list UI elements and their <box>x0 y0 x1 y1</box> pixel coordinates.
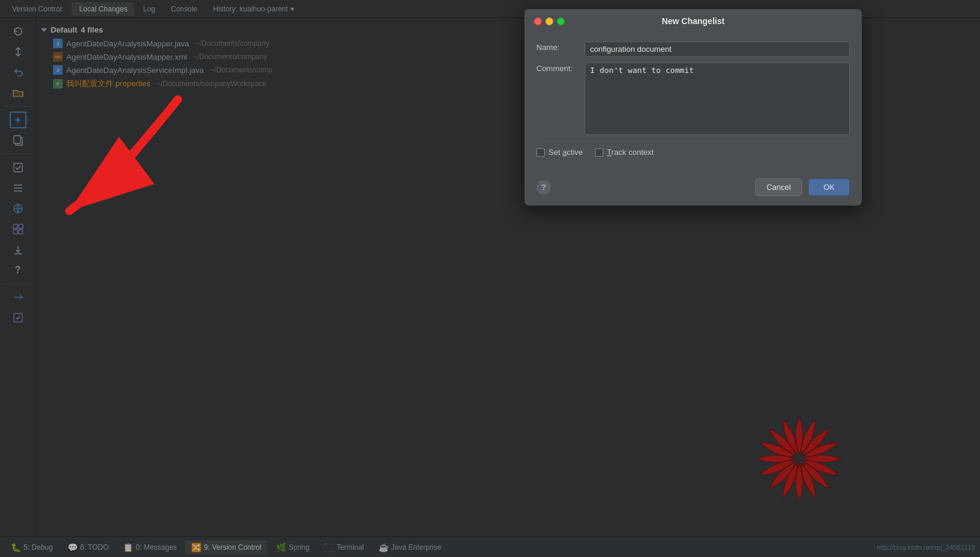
dialog-footer: ? Cancel OK <box>524 172 862 206</box>
new-changelist-dialog: New Changelist Name: Comment: I don't wa… <box>524 9 862 206</box>
dialog-title: New Changelist <box>662 16 724 26</box>
comment-label: Comment: <box>536 63 585 73</box>
track-context-checkbox[interactable]: Track context <box>595 148 654 157</box>
comment-row: Comment: I don't want to commit <box>536 63 850 135</box>
maximize-button[interactable] <box>557 17 565 25</box>
dialog-buttons: Cancel OK <box>755 178 850 196</box>
name-input[interactable] <box>585 42 850 57</box>
checkboxes-row: Set active Track context <box>536 141 850 163</box>
set-active-label: Set active <box>548 148 583 157</box>
comment-input[interactable]: I don't want to commit <box>585 63 850 135</box>
dialog-body: Name: Comment: I don't want to commit Se… <box>524 32 862 172</box>
cancel-button[interactable]: Cancel <box>755 178 802 196</box>
set-active-checkbox[interactable]: Set active <box>536 148 583 157</box>
name-row: Name: <box>536 42 850 57</box>
name-label: Name: <box>536 42 585 52</box>
track-context-label: Track context <box>607 148 654 157</box>
help-button[interactable]: ? <box>536 180 551 195</box>
track-context-checkbox-box[interactable] <box>595 148 603 157</box>
dialog-titlebar: New Changelist <box>524 9 862 32</box>
traffic-lights <box>534 17 565 25</box>
close-button[interactable] <box>534 17 542 25</box>
minimize-button[interactable] <box>545 17 553 25</box>
set-active-checkbox-box[interactable] <box>536 148 545 157</box>
ok-button[interactable]: OK <box>808 178 850 196</box>
